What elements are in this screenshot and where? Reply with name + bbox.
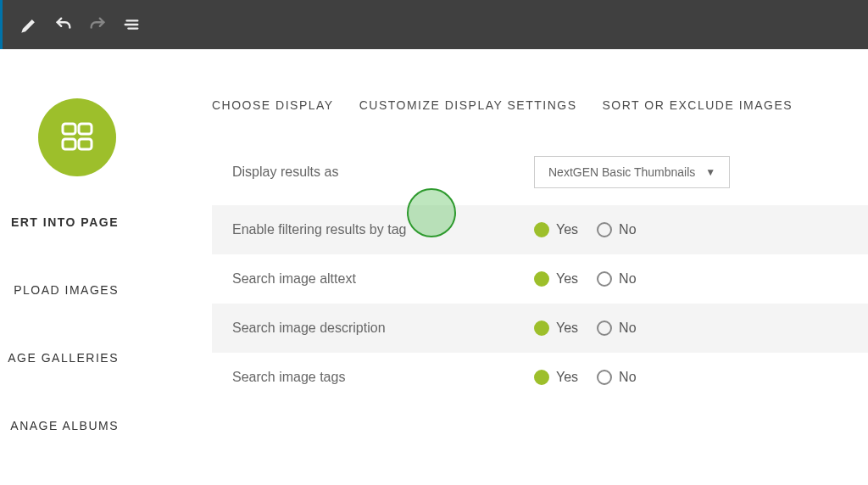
radio-label: Yes [556, 271, 578, 287]
setting-search-tags: Search image tags Yes No [212, 353, 868, 402]
tab-customize-settings[interactable]: CUSTOMIZE DISPLAY SETTINGS [359, 98, 577, 112]
svg-rect-2 [63, 139, 75, 149]
nextgen-logo-icon [38, 98, 116, 176]
tab-choose-display[interactable]: CHOOSE DISPLAY [212, 98, 334, 112]
radio-no[interactable]: No [597, 370, 636, 385]
radio-label: No [619, 370, 636, 385]
radio-no[interactable]: No [597, 271, 636, 287]
radio-yes[interactable]: Yes [534, 321, 578, 336]
undo-icon[interactable] [47, 8, 81, 42]
setting-label: Search image alttext [232, 271, 534, 287]
svg-rect-1 [79, 124, 92, 134]
setting-search-alttext: Search image alttext Yes No [212, 254, 868, 304]
radio-label: Yes [556, 321, 578, 336]
radio-label: No [619, 321, 636, 336]
settings-panel: Display results as NextGEN Basic Thumbna… [212, 139, 868, 402]
radio-label: No [619, 222, 636, 237]
radio-icon [597, 222, 612, 237]
setting-search-description: Search image description Yes No [212, 304, 868, 353]
sidebar-item-insert[interactable]: ERT INTO PAGE [0, 209, 119, 236]
sidebar: ERT INTO PAGE PLOAD IMAGES AGE GALLERIES… [0, 49, 119, 485]
radio-yes[interactable]: Yes [534, 370, 578, 385]
radio-label: No [619, 271, 636, 287]
sidebar-item-albums[interactable]: ANAGE ALBUMS [0, 412, 119, 439]
radio-icon [534, 370, 549, 385]
radio-icon [534, 321, 549, 336]
top-toolbar [0, 0, 868, 49]
sidebar-item-galleries[interactable]: AGE GALLERIES [0, 344, 119, 371]
tab-sort-exclude[interactable]: SORT OR EXCLUDE IMAGES [603, 98, 793, 112]
setting-label: Search image tags [232, 370, 534, 385]
radio-icon [597, 321, 612, 336]
display-results-dropdown[interactable]: NextGEN Basic Thumbnails ▼ [534, 156, 730, 188]
svg-rect-3 [79, 139, 92, 149]
radio-no[interactable]: No [597, 222, 636, 237]
tabs: CHOOSE DISPLAY CUSTOMIZE DISPLAY SETTING… [119, 98, 868, 139]
logo [38, 98, 119, 176]
radio-yes[interactable]: Yes [534, 222, 578, 237]
redo-icon[interactable] [81, 8, 114, 42]
svg-rect-0 [63, 124, 75, 134]
setting-label: Enable filtering results by tag [232, 222, 534, 237]
pencil-icon[interactable] [13, 8, 47, 42]
sidebar-item-upload[interactable]: PLOAD IMAGES [0, 276, 119, 304]
radio-label: Yes [556, 370, 578, 385]
radio-icon [534, 222, 549, 237]
setting-display-results: Display results as NextGEN Basic Thumbna… [212, 139, 868, 205]
radio-label: Yes [556, 222, 578, 237]
radio-icon [597, 271, 612, 287]
setting-enable-filtering: Enable filtering results by tag Yes No [212, 205, 868, 254]
radio-icon [597, 370, 612, 385]
dropdown-value: NextGEN Basic Thumbnails [548, 165, 695, 179]
radio-yes[interactable]: Yes [534, 271, 578, 287]
setting-label: Display results as [232, 164, 534, 180]
chevron-down-icon: ▼ [705, 166, 715, 178]
content-area: CHOOSE DISPLAY CUSTOMIZE DISPLAY SETTING… [119, 49, 868, 485]
radio-no[interactable]: No [597, 321, 636, 336]
radio-icon [534, 271, 549, 287]
setting-label: Search image description [232, 321, 534, 336]
outline-menu-icon[interactable] [114, 8, 148, 42]
